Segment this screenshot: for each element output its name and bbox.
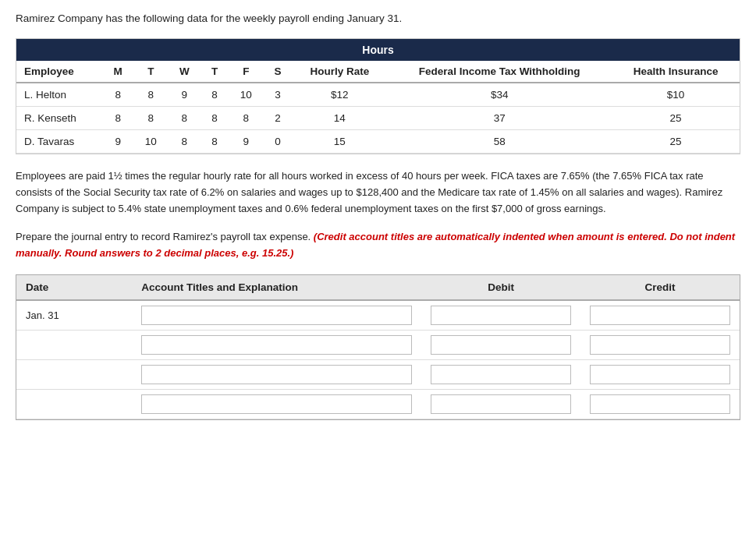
- col-header-fitw: Federal Income Tax Withholding: [387, 61, 612, 83]
- journal-credit-cell: [580, 300, 740, 331]
- journal-table-wrapper: Date Account Titles and Explanation Debi…: [16, 274, 740, 420]
- journal-account-input-cell: [132, 389, 421, 419]
- journal-row: Jan. 31: [16, 300, 740, 331]
- col-header-th: T: [201, 61, 229, 83]
- hours-w: 9: [169, 83, 201, 107]
- journal-credit-input[interactable]: [590, 394, 730, 414]
- employee-row: D. Tavaras 9 10 8 8 9 0 15 58 25: [16, 130, 740, 154]
- description-text: Employees are paid 1½ times the regular …: [16, 168, 740, 217]
- hours-f: 9: [229, 130, 264, 154]
- employee-name: L. Helton: [16, 83, 102, 107]
- journal-account-input[interactable]: [141, 335, 412, 355]
- journal-debit-cell: [421, 389, 580, 419]
- fitw-value: 58: [387, 130, 612, 154]
- hours-header: Hours: [16, 39, 740, 61]
- journal-credit-cell: [580, 359, 740, 389]
- journal-account-input-cell: [132, 359, 421, 389]
- journal-debit-cell: [421, 359, 580, 389]
- employee-name: D. Tavaras: [16, 130, 102, 154]
- journal-credit-cell: [580, 389, 740, 419]
- journal-date: Jan. 31: [16, 300, 132, 331]
- journal-table: Date Account Titles and Explanation Debi…: [16, 275, 740, 419]
- journal-account-input-cell: [132, 300, 421, 331]
- hours-th: 8: [201, 130, 229, 154]
- journal-date-empty: [16, 330, 132, 359]
- col-header-employee: Employee: [16, 61, 102, 83]
- journal-row: [16, 359, 740, 389]
- journal-debit-input[interactable]: [431, 306, 571, 325]
- journal-date-empty: [16, 359, 132, 389]
- journal-date-empty: [16, 389, 132, 419]
- col-header-m: M: [102, 61, 133, 83]
- instruction-prefix: Prepare the journal entry to record Rami…: [16, 231, 314, 242]
- journal-account-input-cell: [132, 330, 421, 359]
- journal-debit-input[interactable]: [431, 365, 571, 384]
- journal-col-account: Account Titles and Explanation: [132, 275, 421, 300]
- hours-s: 2: [264, 107, 293, 130]
- col-header-health-insurance: Health Insurance: [612, 61, 740, 83]
- hours-f: 10: [229, 83, 264, 107]
- hourly-rate: 15: [292, 130, 387, 154]
- col-header-w: W: [169, 61, 201, 83]
- hours-t: 8: [133, 83, 169, 107]
- journal-row: [16, 330, 740, 359]
- journal-credit-input[interactable]: [590, 335, 730, 355]
- fitw-value: $34: [387, 83, 612, 107]
- hours-m: 8: [102, 83, 133, 107]
- payroll-table: Employee M T W T F S Hourly Rate Federal…: [16, 61, 740, 154]
- journal-debit-cell: [421, 330, 580, 359]
- journal-account-input[interactable]: [141, 306, 412, 325]
- journal-credit-input[interactable]: [590, 365, 730, 384]
- journal-debit-input[interactable]: [431, 335, 571, 355]
- employee-row: L. Helton 8 8 9 8 10 3 $12 $34 $10: [16, 83, 740, 107]
- health-value: 25: [612, 107, 740, 130]
- journal-credit-cell: [580, 330, 740, 359]
- hours-f: 8: [229, 107, 264, 130]
- hours-s: 0: [264, 130, 293, 154]
- payroll-table-wrapper: Hours Employee M T W T F S Hourly Rate F…: [16, 38, 740, 154]
- instruction-text: Prepare the journal entry to record Rami…: [16, 229, 740, 262]
- hours-m: 9: [102, 130, 133, 154]
- journal-row: [16, 389, 740, 419]
- col-header-s: S: [264, 61, 293, 83]
- employee-name: R. Kenseth: [16, 107, 102, 130]
- hours-m: 8: [102, 107, 133, 130]
- journal-col-debit: Debit: [421, 275, 580, 300]
- journal-debit-input[interactable]: [431, 394, 571, 414]
- hourly-rate: $12: [292, 83, 387, 107]
- health-value: $10: [612, 83, 740, 107]
- journal-account-input[interactable]: [141, 365, 412, 384]
- journal-col-date: Date: [16, 275, 132, 300]
- fitw-value: 37: [387, 107, 612, 130]
- col-header-t: T: [133, 61, 169, 83]
- hours-w: 8: [169, 107, 201, 130]
- col-header-hourly-rate: Hourly Rate: [292, 61, 387, 83]
- hours-s: 3: [264, 83, 293, 107]
- hours-th: 8: [201, 107, 229, 130]
- health-value: 25: [612, 130, 740, 154]
- intro-text: Ramirez Company has the following data f…: [16, 12, 740, 24]
- hours-w: 8: [169, 130, 201, 154]
- hourly-rate: 14: [292, 107, 387, 130]
- journal-debit-cell: [421, 300, 580, 331]
- journal-credit-input[interactable]: [590, 306, 730, 325]
- hours-th: 8: [201, 83, 229, 107]
- hours-t: 10: [133, 130, 169, 154]
- journal-col-credit: Credit: [580, 275, 740, 300]
- journal-account-input[interactable]: [141, 394, 412, 414]
- hours-t: 8: [133, 107, 169, 130]
- col-header-f: F: [229, 61, 264, 83]
- employee-row: R. Kenseth 8 8 8 8 8 2 14 37 25: [16, 107, 740, 130]
